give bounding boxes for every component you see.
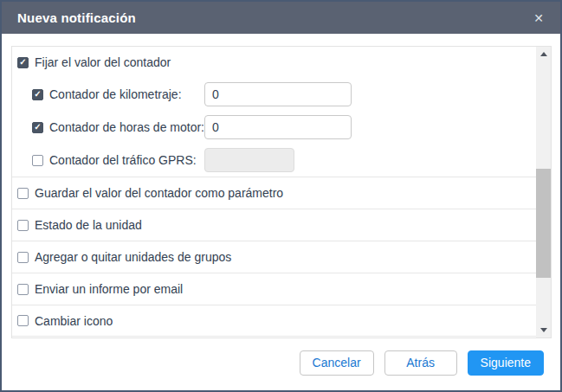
option-row-email-report[interactable]: Enviar un informe por email [12, 273, 536, 305]
option-row-save-counter-param[interactable]: Guardar el valor del contador como parám… [12, 177, 536, 209]
option-row-groups[interactable]: Agregar o quitar unidades de grupos [12, 241, 536, 273]
dialog-title: Nueva notificación [17, 10, 136, 25]
unit-status-checkbox[interactable] [17, 220, 29, 231]
options-list: Fijar el valor del contador Contador de … [11, 46, 552, 338]
option-label: Cambiar icono [35, 314, 113, 328]
new-notification-dialog: Nueva notificación ✕ Fijar el valor del … [0, 0, 562, 392]
change-icon-checkbox[interactable] [17, 315, 29, 326]
gprs-traffic-counter-label: Contador del tráfico GPRS: [49, 153, 204, 167]
mileage-counter-label: Contador de kilometraje: [49, 87, 204, 101]
dialog-footer: Cancelar Atrás Siguiente [2, 338, 560, 390]
arrow-up-icon [540, 52, 547, 56]
sub-row-gprs-traffic-counter: Contador del tráfico GPRS: [12, 144, 536, 177]
option-label: Estado de la unidad [35, 218, 142, 232]
dialog-header: Nueva notificación ✕ [2, 2, 560, 34]
groups-checkbox[interactable] [17, 252, 29, 263]
option-label: Enviar un informe por email [35, 282, 183, 296]
gprs-traffic-counter-input [204, 148, 294, 172]
scroll-up-button[interactable] [536, 47, 551, 61]
option-label: Fijar el valor del contador [35, 55, 171, 69]
set-counter-checkbox[interactable] [17, 57, 29, 68]
option-label: Agregar o quitar unidades de grupos [35, 250, 231, 264]
engine-hours-counter-checkbox[interactable] [32, 122, 43, 133]
close-icon[interactable]: ✕ [532, 10, 546, 26]
vertical-scrollbar[interactable] [536, 47, 551, 337]
email-report-checkbox[interactable] [17, 284, 29, 295]
sub-row-mileage-counter: Contador de kilometraje: [12, 78, 536, 111]
mileage-counter-input[interactable] [204, 82, 352, 106]
cancel-button[interactable]: Cancelar [300, 350, 374, 376]
option-row-set-counter[interactable]: Fijar el valor del contador [12, 47, 536, 78]
engine-hours-counter-input[interactable] [204, 115, 352, 139]
gprs-traffic-counter-checkbox[interactable] [32, 155, 43, 166]
scrollbar-thumb[interactable] [536, 169, 551, 278]
dialog-body: Fijar el valor del contador Contador de … [2, 34, 560, 338]
next-button[interactable]: Siguiente [468, 350, 544, 376]
arrow-down-icon [540, 328, 547, 332]
option-row-change-icon[interactable]: Cambiar icono [12, 305, 536, 337]
sub-row-engine-hours-counter: Contador de horas de motor: [12, 111, 536, 144]
option-row-unit-status[interactable]: Estado de la unidad [12, 209, 536, 241]
back-button[interactable]: Atrás [384, 350, 457, 376]
engine-hours-counter-label: Contador de horas de motor: [49, 120, 204, 134]
save-counter-param-checkbox[interactable] [17, 188, 29, 199]
mileage-counter-checkbox[interactable] [32, 89, 43, 100]
option-label: Guardar el valor del contador como parám… [35, 186, 283, 200]
scroll-down-button[interactable] [536, 323, 551, 337]
